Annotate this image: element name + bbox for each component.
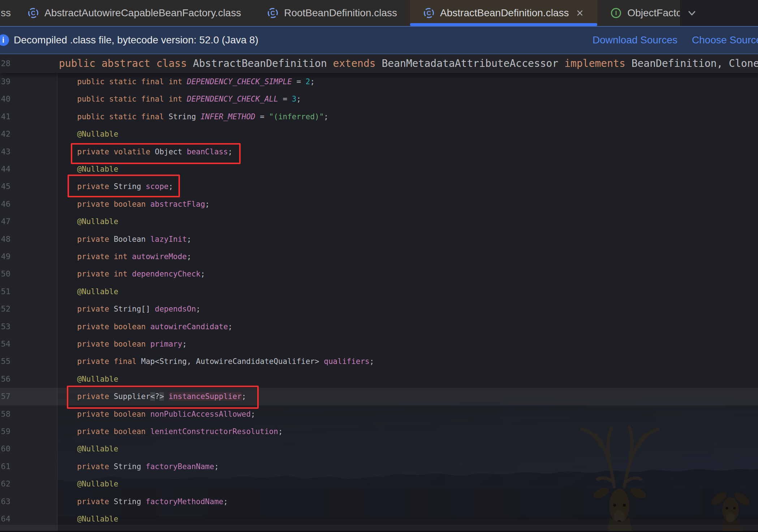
annotation-box-instancesupplier	[67, 386, 259, 409]
code-text: private int autowireMode;	[59, 248, 191, 265]
code-line-50[interactable]: 50 private int dependencyCheck;	[0, 265, 758, 283]
code-text: @Nullable	[59, 475, 118, 493]
code-line-46[interactable]: 46 private boolean abstractFlag;	[0, 196, 758, 213]
line-number[interactable]: 51	[0, 283, 10, 300]
code-token: String	[114, 462, 146, 471]
code-token: @Nullable	[59, 165, 118, 173]
code-token: ;	[324, 112, 328, 121]
tab-abstractbeandefinition-class[interactable]: CAbstractBeanDefinition.class	[410, 0, 597, 26]
line-number[interactable]: 47	[0, 213, 10, 230]
sticky-line[interactable]: 28 public abstract class AbstractBeanDef…	[0, 54, 758, 73]
line-number[interactable]: 59	[0, 423, 10, 440]
code-line-60[interactable]: 60 @Nullable	[0, 440, 758, 458]
code-token: 3	[292, 95, 297, 103]
code-token: dependencyCheck	[132, 270, 201, 278]
code-token: Map<String, AutowireCandidateQualifier>	[141, 357, 324, 366]
line-number[interactable]: 49	[0, 248, 10, 265]
code-line-62[interactable]: 62 @Nullable	[0, 475, 758, 493]
code-line-59[interactable]: 59 private boolean lenientConstructorRes…	[0, 423, 758, 440]
code-token: =	[255, 112, 269, 121]
code-text: private boolean abstractFlag;	[59, 196, 210, 213]
code-token: ;	[251, 410, 255, 419]
tab-label: AbstractAutowireCapableBeanFactory.class	[44, 7, 241, 19]
download-sources-link[interactable]: Download Sources	[593, 34, 677, 46]
code-line-48[interactable]: 48 private Boolean lazyInit;	[0, 231, 758, 248]
code-token: Boolean	[114, 235, 150, 244]
line-number[interactable]: 54	[0, 335, 10, 353]
code-line-42[interactable]: 42 @Nullable	[0, 125, 758, 143]
svg-text:I: I	[615, 10, 617, 17]
code-line-61[interactable]: 61 private String factoryBeanName;	[0, 458, 758, 475]
line-number[interactable]: 50	[0, 265, 10, 283]
line-number[interactable]: 45	[0, 178, 10, 195]
line-number[interactable]: 55	[0, 353, 10, 370]
tab-overflow-left[interactable]: ss	[0, 0, 14, 26]
svg-text:C: C	[271, 10, 275, 17]
line-number[interactable]: 52	[0, 300, 10, 318]
tab-bar-end	[680, 0, 758, 26]
chevron-down-icon[interactable]	[686, 8, 697, 18]
line-number[interactable]: 44	[0, 160, 10, 178]
code-token: private boolean	[59, 200, 150, 209]
code-token: "(inferred)"	[269, 112, 324, 121]
code-line-39[interactable]: 39 public static final int DEPENDENCY_CH…	[0, 73, 758, 90]
code-line-41[interactable]: 41 public static final String INFER_METH…	[0, 108, 758, 125]
code-line-55[interactable]: 55 private final Map<String, AutowireCan…	[0, 353, 758, 370]
code-line-51[interactable]: 51 @Nullable	[0, 283, 758, 300]
code-token: private boolean	[59, 340, 150, 348]
code-token: @Nullable	[59, 375, 118, 383]
line-number[interactable]: 56	[0, 370, 10, 388]
line-number[interactable]: 39	[0, 73, 10, 90]
code-line-63[interactable]: 63 private String factoryMethodName;	[0, 493, 758, 510]
line-number[interactable]: 43	[0, 143, 10, 160]
code-token: public static final int	[59, 95, 187, 103]
code-line-49[interactable]: 49 private int autowireMode;	[0, 248, 758, 265]
tab-rootbeandefinition-class[interactable]: CRootBeanDefinition.class	[254, 0, 410, 26]
code-token: private	[59, 497, 114, 506]
code-text: @Nullable	[59, 370, 118, 388]
code-token: ;	[228, 322, 233, 331]
line-number[interactable]: 61	[0, 458, 10, 475]
class-icon: C	[423, 7, 435, 19]
code-text: @Nullable	[59, 213, 118, 230]
annotation-box-scope	[68, 175, 180, 197]
line-number[interactable]: 48	[0, 231, 10, 248]
code-line-56[interactable]: 56 @Nullable	[0, 370, 758, 388]
code-text: private Boolean lazyInit;	[59, 231, 191, 248]
code-token: public static final int	[59, 77, 187, 86]
code-text: private boolean autowireCandidate;	[59, 318, 232, 335]
code-token: factoryBeanName	[146, 462, 214, 471]
line-number[interactable]: 40	[0, 90, 10, 108]
close-icon[interactable]	[576, 9, 584, 17]
code-line-52[interactable]: 52 private String[] dependsOn;	[0, 300, 758, 318]
code-token: ;	[296, 95, 301, 103]
line-number[interactable]: 42	[0, 125, 10, 143]
svg-text:C: C	[427, 10, 431, 17]
code-token: lenientConstructorResolution	[150, 427, 278, 436]
editor[interactable]: 39 public static final int DEPENDENCY_CH…	[0, 54, 758, 532]
tab-abstractautowirecapablebeanfactory-class[interactable]: CAbstractAutowireCapableBeanFactory.clas…	[14, 0, 254, 26]
line-number[interactable]: 53	[0, 318, 10, 335]
code-line-40[interactable]: 40 public static final int DEPENDENCY_CH…	[0, 90, 758, 108]
code-token: =	[292, 77, 306, 86]
code-line-47[interactable]: 47 @Nullable	[0, 213, 758, 230]
line-number[interactable]: 63	[0, 493, 10, 510]
code-line-53[interactable]: 53 private boolean autowireCandidate;	[0, 318, 758, 335]
code-text: private String[] dependsOn;	[59, 300, 201, 318]
code-line-54[interactable]: 54 private boolean primary;	[0, 335, 758, 353]
code-token: private	[59, 462, 114, 471]
line-number[interactable]: 46	[0, 196, 10, 213]
editor-tab-bar: ss CAbstractAutowireCapableBeanFactory.c…	[0, 0, 758, 26]
choose-sources-link[interactable]: Choose Sources	[692, 34, 758, 46]
line-number[interactable]: 41	[0, 108, 10, 125]
code-text: private String factoryMethodName;	[59, 493, 228, 510]
line-number[interactable]: 62	[0, 475, 10, 493]
code-token: abstractFlag	[150, 200, 205, 209]
line-number[interactable]: 60	[0, 440, 10, 458]
code-text: private boolean lenientConstructorResolu…	[59, 423, 283, 440]
code-token: autowireCandidate	[150, 322, 228, 331]
line-number[interactable]: 57	[0, 388, 10, 405]
code-token: autowireMode	[132, 252, 187, 261]
code-token: nonPublicAccessAllowed	[150, 410, 251, 419]
line-number[interactable]: 58	[0, 406, 10, 423]
